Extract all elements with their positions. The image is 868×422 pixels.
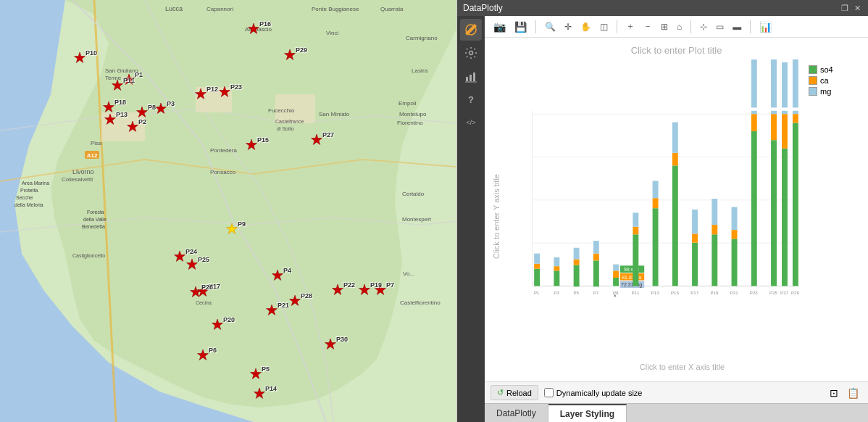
svg-text:Vo...: Vo... <box>403 270 414 277</box>
map-svg: Lucca Capannori Ponte Buggianese Quarrat… <box>0 0 456 422</box>
svg-rect-123 <box>793 123 798 286</box>
reload-label: Reload <box>506 389 532 397</box>
select-tool-btn[interactable]: ◫ <box>597 20 611 33</box>
chart-inner: 2000 1500 1000 <box>504 59 861 374</box>
reset-axes-btn[interactable]: ⌂ <box>674 20 685 33</box>
svg-text:Livorno: Livorno <box>72 168 94 175</box>
legend-label-so4: so4 <box>820 65 833 74</box>
camera-tool-btn[interactable]: 📷 <box>491 20 509 34</box>
code-toolbar-btn[interactable]: </> <box>460 112 482 133</box>
svg-rect-44 <box>466 77 468 81</box>
dynamic-update-checkbox[interactable] <box>544 388 554 397</box>
svg-text:P23: P23 <box>750 290 759 295</box>
spike-lines-btn[interactable]: ⊹ <box>697 20 710 33</box>
show-closest-btn[interactable]: ▭ <box>713 20 727 33</box>
svg-rect-112 <box>751 59 757 114</box>
svg-text:di Sotto: di Sotto <box>277 126 294 131</box>
svg-text:Lucca: Lucca <box>165 5 183 12</box>
plotly-layout: ? </> 📷 💾 🔍 ✛ ✋ ◫ ＋ － ⊞ ⌂ <box>457 16 868 422</box>
settings-toolbar-btn[interactable] <box>460 42 482 64</box>
tab-layer-styling-label: Layer Styling <box>560 409 614 419</box>
svg-rect-106 <box>732 239 738 286</box>
svg-text:P5: P5 <box>573 290 579 295</box>
chart-toolbar-btn[interactable] <box>460 65 482 87</box>
svg-text:Area Marina: Area Marina <box>22 181 49 186</box>
map-area[interactable]: Lucca Capannori Ponte Buggianese Quarrat… <box>0 0 456 422</box>
svg-rect-59 <box>534 269 540 286</box>
bar-chart-svg: 2000 1500 1000 <box>504 59 803 360</box>
pencil-icon <box>464 23 477 36</box>
svg-text:Montespert: Montespert <box>402 216 432 223</box>
svg-rect-91 <box>653 198 659 208</box>
svg-rect-115 <box>771 140 777 286</box>
svg-rect-68 <box>574 260 580 265</box>
svg-rect-100 <box>692 210 698 233</box>
chart-container: Click to enter Plot title Click to enter… <box>485 38 868 381</box>
zoom-out-y-btn[interactable]: － <box>640 19 655 34</box>
y-axis-label[interactable]: Click to enter Y axis title <box>492 59 504 374</box>
svg-rect-76 <box>613 270 619 278</box>
plot-title[interactable]: Click to enter Plot title <box>492 45 861 56</box>
tab-layer-styling[interactable]: Layer Styling <box>548 404 627 422</box>
svg-text:Pontedera: Pontedera <box>210 147 237 154</box>
crosshair-tool-btn[interactable]: ✛ <box>562 20 575 33</box>
plot-area: 📷 💾 🔍 ✛ ✋ ◫ ＋ － ⊞ ⌂ ⊹ ▭ ▬ <box>485 16 868 422</box>
chart-type-btn[interactable]: 📊 <box>756 20 775 34</box>
help-toolbar-btn[interactable]: ? <box>460 88 482 110</box>
svg-text:P1: P1 <box>534 290 540 295</box>
svg-text:Carmignano: Carmignano <box>406 35 438 41</box>
svg-text:Vinci: Vinci <box>326 30 338 36</box>
save-tool-btn[interactable]: 💾 <box>512 20 530 34</box>
svg-text:A12: A12 <box>87 152 98 159</box>
svg-rect-61 <box>534 254 540 264</box>
pan-tool-btn[interactable]: ✋ <box>577 20 594 33</box>
svg-rect-75 <box>613 278 619 286</box>
svg-text:Benedetta: Benedetta <box>82 224 105 229</box>
export-icon-btn[interactable]: 📋 <box>844 386 862 400</box>
svg-text:Certaldo: Certaldo <box>402 191 425 197</box>
svg-rect-102 <box>711 234 717 286</box>
svg-rect-73 <box>593 241 599 254</box>
svg-text:San Miniato: San Miniato <box>319 111 350 117</box>
svg-text:Lastra: Lastra <box>412 67 428 74</box>
svg-text:P29: P29 <box>791 290 800 295</box>
toolbar-separator-4 <box>750 20 751 33</box>
auto-scale-btn[interactable]: ⊞ <box>658 20 671 33</box>
svg-text:Empoli: Empoli <box>398 100 417 107</box>
svg-text:P7: P7 <box>593 290 599 295</box>
svg-text:P21: P21 <box>730 290 739 295</box>
svg-rect-110 <box>751 131 757 286</box>
svg-rect-107 <box>732 230 738 239</box>
main-container: Lucca Capannori Ponte Buggianese Quarrat… <box>0 0 868 422</box>
compare-btn[interactable]: ▬ <box>730 20 744 33</box>
chart-wrapper: Click to enter Y axis title <box>492 59 861 374</box>
svg-rect-103 <box>711 225 717 234</box>
svg-text:Castelfrance: Castelfrance <box>275 119 304 124</box>
svg-rect-98 <box>692 243 698 286</box>
svg-text:Ponte Buggianese: Ponte Buggianese <box>312 6 359 12</box>
svg-rect-96 <box>672 123 678 153</box>
svg-rect-77 <box>613 265 619 271</box>
tab-dataplotly[interactable]: DataPlotly <box>485 404 548 422</box>
reload-button[interactable]: ↺ Reload <box>491 385 538 400</box>
svg-text:San Giuliano: San Giuliano <box>105 67 138 74</box>
svg-rect-125 <box>793 59 798 114</box>
x-axis-label[interactable]: Click to enter X axis title <box>504 360 861 374</box>
svg-text:Altopascio: Altopascio <box>245 26 272 33</box>
reload-icon: ↺ <box>497 388 504 397</box>
zoom-in-tool-btn[interactable]: 🔍 <box>542 20 559 33</box>
svg-rect-127 <box>533 107 800 110</box>
expand-icon-btn[interactable]: ⊡ <box>827 386 841 400</box>
main-toolbar-btn[interactable] <box>460 19 482 41</box>
svg-rect-90 <box>653 208 659 286</box>
svg-rect-124 <box>793 114 798 123</box>
zoom-out-x-btn[interactable]: ＋ <box>623 19 638 34</box>
svg-rect-60 <box>534 264 540 269</box>
svg-rect-3 <box>196 87 232 112</box>
dynamic-update-label[interactable]: Dynamically update size <box>544 388 643 397</box>
svg-rect-108 <box>732 207 738 230</box>
tab-dataplotly-label: DataPlotly <box>496 408 536 418</box>
restore-button[interactable]: ❐ <box>840 4 850 13</box>
svg-text:Pisa: Pisa <box>91 140 102 146</box>
close-button[interactable]: ✕ <box>853 4 862 13</box>
